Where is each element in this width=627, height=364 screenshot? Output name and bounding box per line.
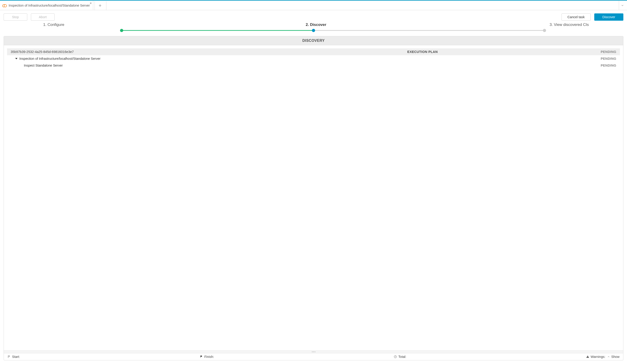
footer-show-toggle[interactable]: Show <box>607 355 620 359</box>
binoculars-icon <box>2 4 7 7</box>
tab-title: Inspection of Infrastructure/localhost/S… <box>9 4 90 7</box>
execution-status-0: PENDING <box>580 50 616 54</box>
abort-button[interactable]: Abort <box>31 13 54 21</box>
step-label-2: 2. Discover <box>225 22 407 27</box>
discovery-panel: DISCOVERY 35b97b39-2532-4a25-845d-698160… <box>4 36 623 360</box>
execution-row-inspection[interactable]: Inspection of Infrastructure/localhost/S… <box>7 55 620 62</box>
panel-footer: Start: Finish: Total: Warnings: Show <box>4 353 623 360</box>
step-label-1: 1. Configure <box>14 22 225 27</box>
tab-inspection[interactable]: Inspection of Infrastructure/localhost/S… <box>0 1 93 10</box>
footer-warnings-label: Warnings: <box>591 355 605 359</box>
footer-start-label: Start: <box>12 355 20 359</box>
step-label-3: 3. View discovered CIs <box>407 22 613 27</box>
stepper-line-future <box>314 30 544 31</box>
cancel-task-button[interactable]: Cancel task <box>562 13 591 21</box>
footer-finish-label: Finish: <box>204 355 214 359</box>
stepper-track <box>14 29 613 32</box>
footer-finish: Finish: <box>200 355 214 359</box>
resize-handle[interactable] <box>4 350 623 353</box>
stepper-labels: 1. Configure 2. Discover 3. View discove… <box>14 22 613 27</box>
flag-outline-icon <box>7 355 11 358</box>
execution-status-1: PENDING <box>580 57 616 60</box>
execution-plan-header-row: 35b97b39-2532-4a25-845d-69816016e3e7 EXE… <box>7 48 620 55</box>
execution-id: 35b97b39-2532-4a25-845d-69816016e3e7 <box>11 50 74 54</box>
close-tab-icon[interactable]: × <box>90 1 92 5</box>
footer-total-label: Total: <box>398 355 406 359</box>
footer-warnings: Warnings: <box>586 355 605 359</box>
tab-overflow-button[interactable] <box>619 1 626 10</box>
chevron-down-icon <box>621 4 624 7</box>
plus-icon: + <box>99 3 102 8</box>
step-dot-2[interactable] <box>312 29 315 32</box>
step-dot-3[interactable] <box>543 29 546 32</box>
chevron-up-icon <box>607 355 610 358</box>
execution-plan: 35b97b39-2532-4a25-845d-69816016e3e7 EXE… <box>4 45 623 350</box>
execution-row-inspect-step[interactable]: Inspect Standalone Server PENDING <box>7 62 620 69</box>
footer-start: Start: <box>7 355 20 359</box>
execution-row-label: Inspect Standalone Server <box>24 64 63 67</box>
svg-rect-1 <box>587 356 588 357</box>
tab-bar: Inspection of Infrastructure/localhost/S… <box>0 1 627 10</box>
step-dot-1[interactable] <box>120 29 123 32</box>
panel-title: DISCOVERY <box>4 36 623 45</box>
stepper-line-done <box>122 30 314 31</box>
discover-button[interactable]: Discover <box>594 13 623 21</box>
caret-down-icon[interactable] <box>15 58 17 59</box>
flag-filled-icon <box>200 355 203 358</box>
new-tab-button[interactable]: + <box>95 1 106 10</box>
execution-status-2: PENDING <box>580 64 616 67</box>
clock-icon <box>394 355 397 358</box>
action-bar: Stop Abort Cancel task Discover <box>0 10 627 21</box>
stop-button[interactable]: Stop <box>4 13 27 21</box>
execution-plan-title: EXECUTION PLAN <box>265 50 580 54</box>
execution-row-label: Inspection of Infrastructure/localhost/S… <box>19 57 101 60</box>
stepper: 1. Configure 2. Discover 3. View discove… <box>0 21 627 36</box>
footer-show-label: Show <box>611 355 620 359</box>
footer-total: Total: <box>394 355 406 359</box>
warning-icon <box>586 355 589 358</box>
